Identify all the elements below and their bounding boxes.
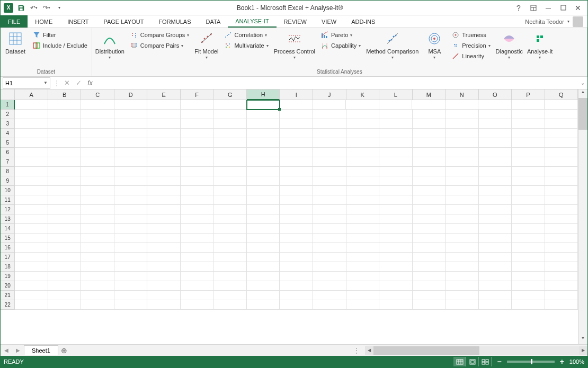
row-header-6[interactable]: 6 — [1, 148, 15, 157]
sheet-next-button[interactable]: ▶ — [12, 345, 24, 356]
cell-G15[interactable] — [213, 234, 247, 243]
cell-P10[interactable] — [512, 186, 545, 195]
cell-A7[interactable] — [15, 157, 48, 167]
cell-M18[interactable] — [413, 262, 446, 272]
compare-groups-button[interactable]: Compare Groups — [129, 30, 190, 40]
cell-L22[interactable] — [379, 300, 413, 310]
row-header-19[interactable]: 19 — [1, 272, 15, 281]
cell-J16[interactable] — [313, 243, 346, 253]
cell-L21[interactable] — [379, 291, 413, 300]
new-sheet-button[interactable]: ⊕ — [58, 345, 70, 356]
tab-analyse-it[interactable]: ANALYSE-IT — [228, 15, 276, 28]
cell-Q3[interactable] — [545, 119, 578, 129]
cell-H15[interactable] — [247, 234, 280, 243]
cell-H13[interactable] — [247, 214, 280, 224]
msa-button[interactable]: MSA▾ — [423, 30, 446, 60]
cell-L18[interactable] — [379, 262, 413, 272]
horizontal-scrollbar[interactable]: ◀ ▶ — [365, 346, 587, 355]
cell-A18[interactable] — [15, 262, 48, 272]
cell-M22[interactable] — [413, 300, 446, 310]
select-all-corner[interactable] — [1, 89, 15, 100]
cell-P22[interactable] — [512, 300, 545, 310]
cell-G5[interactable] — [213, 138, 247, 148]
cell-K8[interactable] — [346, 167, 380, 176]
zoom-in-button[interactable]: + — [560, 357, 564, 366]
cell-M4[interactable] — [413, 129, 446, 138]
method-comparison-button[interactable]: Method Comparison▾ — [366, 30, 418, 60]
cell-Q14[interactable] — [545, 224, 578, 234]
cell-L10[interactable] — [379, 186, 413, 195]
cell-J9[interactable] — [313, 176, 346, 186]
cell-K17[interactable] — [346, 253, 380, 262]
cell-K6[interactable] — [346, 148, 380, 157]
cell-I15[interactable] — [280, 234, 313, 243]
cell-M14[interactable] — [413, 224, 446, 234]
cell-D14[interactable] — [114, 224, 148, 234]
cell-M5[interactable] — [413, 138, 446, 148]
cell-I1[interactable] — [280, 100, 313, 110]
cell-B8[interactable] — [48, 167, 82, 176]
cell-M3[interactable] — [413, 119, 446, 129]
tab-page-layout[interactable]: PAGE LAYOUT — [96, 15, 151, 28]
column-header-A[interactable]: A — [15, 89, 48, 100]
cell-E4[interactable] — [147, 129, 181, 138]
zoom-out-button[interactable]: − — [497, 357, 501, 366]
cell-F7[interactable] — [181, 157, 214, 167]
ribbon-options-button[interactable] — [527, 3, 540, 13]
cell-P11[interactable] — [512, 195, 545, 205]
cell-I7[interactable] — [280, 157, 313, 167]
cell-A19[interactable] — [15, 272, 48, 281]
cell-F8[interactable] — [181, 167, 214, 176]
cell-D5[interactable] — [114, 138, 148, 148]
cell-Q1[interactable] — [545, 100, 578, 110]
column-header-F[interactable]: F — [181, 89, 214, 100]
save-button[interactable] — [16, 3, 26, 13]
maximize-button[interactable] — [557, 3, 569, 13]
cell-Q21[interactable] — [545, 291, 578, 300]
cell-B10[interactable] — [48, 186, 82, 195]
cell-Q11[interactable] — [545, 195, 578, 205]
name-box[interactable]: H1 ▼ — [3, 77, 50, 89]
scroll-right-button[interactable]: ▶ — [579, 346, 587, 355]
cell-J15[interactable] — [313, 234, 346, 243]
cell-G21[interactable] — [213, 291, 247, 300]
cell-D4[interactable] — [114, 129, 148, 138]
cell-A5[interactable] — [15, 138, 48, 148]
cell-J6[interactable] — [313, 148, 346, 157]
cell-D2[interactable] — [114, 110, 148, 119]
multivariate-button[interactable]: Multivariate — [222, 41, 269, 50]
column-header-D[interactable]: D — [114, 89, 148, 100]
column-header-B[interactable]: B — [48, 89, 82, 100]
cell-M9[interactable] — [413, 176, 446, 186]
cell-B14[interactable] — [48, 224, 82, 234]
row-header-13[interactable]: 13 — [1, 214, 15, 224]
cell-B5[interactable] — [48, 138, 82, 148]
row-header-5[interactable]: 5 — [1, 138, 15, 148]
cell-B19[interactable] — [48, 272, 82, 281]
cell-P6[interactable] — [512, 148, 545, 157]
cell-A8[interactable] — [15, 167, 48, 176]
cell-D20[interactable] — [114, 281, 148, 291]
cell-E19[interactable] — [147, 272, 181, 281]
cell-N17[interactable] — [446, 253, 479, 262]
cell-L5[interactable] — [379, 138, 413, 148]
row-header-7[interactable]: 7 — [1, 157, 15, 167]
cell-G17[interactable] — [213, 253, 247, 262]
cell-Q7[interactable] — [545, 157, 578, 167]
cell-H10[interactable] — [247, 186, 280, 195]
tab-view[interactable]: VIEW — [314, 15, 344, 28]
analyse-it-button[interactable]: Analyse-it▾ — [527, 30, 553, 60]
cell-D19[interactable] — [114, 272, 148, 281]
redo-button[interactable]: ↷▾ — [42, 3, 51, 13]
cell-G9[interactable] — [213, 176, 247, 186]
cell-O10[interactable] — [479, 186, 512, 195]
cell-O9[interactable] — [479, 176, 512, 186]
cell-K11[interactable] — [346, 195, 380, 205]
cell-C17[interactable] — [81, 253, 114, 262]
cell-K21[interactable] — [346, 291, 380, 300]
cell-N5[interactable] — [446, 138, 479, 148]
cell-K5[interactable] — [346, 138, 380, 148]
cell-L9[interactable] — [379, 176, 413, 186]
cell-O18[interactable] — [479, 262, 512, 272]
cell-I16[interactable] — [280, 243, 313, 253]
